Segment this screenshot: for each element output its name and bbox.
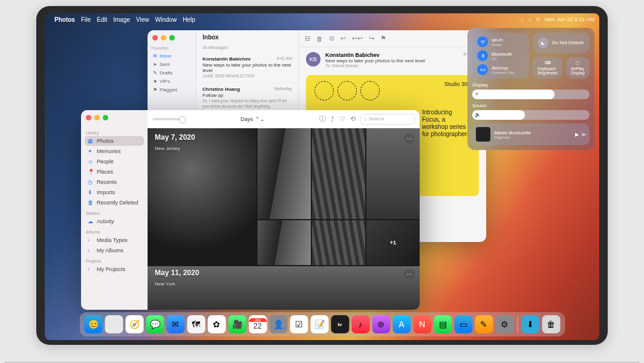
cc-airplay[interactable]: ▢AirPlay Display xyxy=(566,57,590,79)
dock-reminders[interactable]: ☑︎ xyxy=(290,315,308,333)
dock-finder[interactable]: 😊 xyxy=(84,315,102,333)
junk-icon[interactable]: ⊘ xyxy=(329,34,334,42)
close-button[interactable] xyxy=(86,115,91,120)
sidebar-item-people[interactable]: ☺People xyxy=(85,157,144,166)
mail-to: To: Kenza Mones xyxy=(325,64,425,68)
mail-sidebar-sent[interactable]: ➤Sent xyxy=(151,60,192,68)
menu-edit[interactable]: Edit xyxy=(97,16,107,23)
menu-file[interactable]: File xyxy=(81,16,91,23)
close-button[interactable] xyxy=(152,35,158,41)
sidebar-item-imports[interactable]: ⬇︎Imports xyxy=(85,188,144,197)
cc-sound-slider[interactable]: 🔈 xyxy=(472,110,590,120)
rotate-icon[interactable]: ⟲ xyxy=(350,115,356,123)
cc-bluetooth-toggle[interactable]: BluetoothOn xyxy=(477,50,524,61)
photo-thumbnail[interactable] xyxy=(258,220,311,265)
favorite-icon[interactable]: ♡ xyxy=(339,115,345,123)
cc-display-slider[interactable]: ☀︎ xyxy=(472,90,590,99)
spotlight-icon[interactable]: ⌕ xyxy=(529,16,532,22)
cc-airdrop-toggle[interactable]: AirDropContacts Only xyxy=(477,64,524,75)
sidebar-item-my-albums[interactable]: ›My Albums xyxy=(85,246,144,255)
minimize-button[interactable] xyxy=(161,35,166,41)
cc-display-label: Display xyxy=(472,82,590,88)
menu-view[interactable]: View xyxy=(136,16,149,23)
cc-dnd-toggle[interactable]: Do Not Disturb xyxy=(533,33,590,53)
cc-now-playing[interactable]: Alanis MorissetteDiagnosis ▶≫ xyxy=(472,123,590,145)
sidebar-section-library: Library xyxy=(86,131,143,135)
reply-all-icon[interactable]: ↩↩ xyxy=(352,34,363,42)
sender-avatar: KB xyxy=(306,52,320,67)
menu-image[interactable]: Image xyxy=(113,16,130,23)
dock-appstore[interactable]: A xyxy=(392,315,411,333)
photo-more-button[interactable]: +1 xyxy=(366,220,420,265)
dock-maps[interactable]: 🗺 xyxy=(187,315,205,333)
play-icon[interactable]: ▶ xyxy=(575,132,579,137)
svg-point-0 xyxy=(482,69,483,70)
sidebar-item-media-types[interactable]: ›Media Types xyxy=(85,235,144,245)
photo-thumbnail[interactable] xyxy=(312,220,365,265)
info-icon[interactable]: ⓘ xyxy=(319,114,326,123)
minimize-button[interactable] xyxy=(94,115,100,120)
dock-trash[interactable]: 🗑 xyxy=(542,315,560,333)
dock-calendar[interactable]: JUN22 xyxy=(249,315,267,333)
share-icon[interactable]: ⤴︎ xyxy=(331,116,334,123)
dock-launchpad[interactable] xyxy=(105,315,123,333)
reply-icon[interactable]: ↩ xyxy=(340,34,346,42)
mail-sidebar-vips[interactable]: ★VIPs xyxy=(151,77,192,85)
sidebar-item-recents[interactable]: ◷Recents xyxy=(85,177,144,187)
dock-numbers[interactable]: ▤ xyxy=(434,315,452,333)
dock-safari[interactable]: 🧭 xyxy=(125,315,143,333)
control-center-icon[interactable]: ⎚ xyxy=(536,16,539,22)
forward-icon[interactable]: ≫ xyxy=(581,132,586,137)
forward-icon[interactable]: ↪ xyxy=(369,34,374,42)
cc-keyboard-brightness[interactable]: ⌨︎Keyboard Brightness xyxy=(533,57,562,79)
menu-window[interactable]: Window xyxy=(155,16,177,23)
attachment-brand: Studio 308 xyxy=(444,81,470,87)
dock-system-preferences[interactable]: ⚙︎ xyxy=(495,315,513,333)
day-menu-button[interactable]: ⋯ xyxy=(404,133,415,144)
cc-wifi-toggle[interactable]: Wi-FiHome xyxy=(477,36,524,47)
mail-toolbar: ⊟ 🗑 ⊘ ↩ ↩↩ ↪ ⚑ ✎ xyxy=(299,30,486,47)
mail-sidebar-flagged[interactable]: ⚑Flagged xyxy=(151,86,192,94)
sidebar-item-recently-deleted[interactable]: 🗑Recently Deleted xyxy=(85,198,144,208)
zoom-button[interactable] xyxy=(169,35,175,41)
dock-contacts[interactable]: 👤 xyxy=(269,315,287,333)
dock-facetime[interactable]: 🎥 xyxy=(228,315,246,333)
dock-photos[interactable]: ✿ xyxy=(207,315,226,333)
mail-list-item[interactable]: Christine HuangYesterday Follow up Hi, I… xyxy=(197,83,298,113)
mail-sidebar-drafts[interactable]: ✎Drafts xyxy=(151,69,192,77)
menu-help[interactable]: Help xyxy=(183,16,195,23)
mail-sidebar-section: Favorites xyxy=(151,46,192,50)
dock-notes[interactable]: 📝 xyxy=(310,315,328,333)
sidebar-item-memories[interactable]: ✦Memories xyxy=(85,146,144,156)
sidebar-item-activity[interactable]: ☁︎Activity xyxy=(85,217,144,226)
sidebar-item-places[interactable]: 📍Places xyxy=(85,167,144,177)
dock-podcasts[interactable]: ⊚ xyxy=(372,315,390,333)
dock-news[interactable]: N xyxy=(413,315,431,333)
wifi-status-icon[interactable]: ⌵ xyxy=(521,16,524,22)
dock-mail[interactable]: ✉︎ xyxy=(166,315,184,333)
archive-icon[interactable]: ⊟ xyxy=(305,34,310,42)
dock-keynote[interactable]: ▭ xyxy=(454,315,472,333)
dock-tv[interactable]: tv xyxy=(331,315,349,333)
mail-sidebar-inbox[interactable]: ✉︎Inbox xyxy=(151,52,192,60)
dock-downloads[interactable]: ⬇︎ xyxy=(521,315,539,333)
zoom-slider[interactable] xyxy=(152,118,186,120)
day-menu-button[interactable]: ⋯ xyxy=(404,269,415,280)
menubar-datetime[interactable]: Mon Jun 22 9:41 AM xyxy=(544,16,594,22)
mail-list-item[interactable]: Konstantin Babichev9:41 AM New ways to t… xyxy=(197,53,298,83)
photo-thumbnail[interactable] xyxy=(312,128,365,219)
dock-messages[interactable]: 💬 xyxy=(146,315,164,333)
sidebar-item-my-projects[interactable]: ›My Projects xyxy=(85,264,144,274)
zoom-button[interactable] xyxy=(103,115,108,120)
view-selector[interactable]: Days⌃⌄ xyxy=(191,116,314,122)
sidebar-item-photos[interactable]: ▦Photos xyxy=(85,136,144,146)
photos-window: Library ▦Photos ✦Memories ☺People 📍Place… xyxy=(81,110,420,310)
search-input[interactable]: ⌕Search xyxy=(360,114,415,125)
photo-thumbnail[interactable] xyxy=(258,128,311,219)
cc-sound-label: Sound xyxy=(472,103,590,108)
app-menu[interactable]: Photos xyxy=(54,16,75,23)
flag-icon[interactable]: ⚑ xyxy=(380,34,386,42)
dock-pages[interactable]: ✎ xyxy=(475,315,493,333)
trash-icon[interactable]: 🗑 xyxy=(316,35,323,42)
dock-music[interactable]: ♪ xyxy=(351,315,369,333)
